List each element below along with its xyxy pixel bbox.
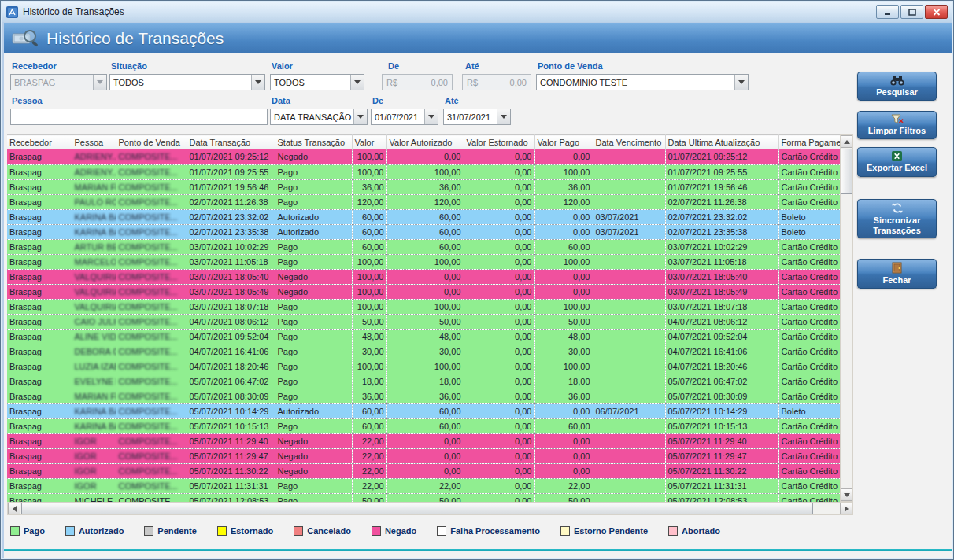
cell: 0,00 <box>464 299 534 314</box>
column-header[interactable]: Forma Pagamento <box>778 135 840 150</box>
scroll-up-button[interactable] <box>841 135 852 148</box>
column-header[interactable]: Ponto de Venda <box>116 135 187 150</box>
scroll-down-button[interactable] <box>841 488 852 501</box>
cell: Cartão Crédito <box>778 344 840 359</box>
column-header[interactable]: Valor Autorizado <box>386 135 464 150</box>
table-row[interactable]: BraspagKARINA BA...COMPOSITE...05/07/202… <box>7 418 840 433</box>
cell: Pago <box>275 299 352 314</box>
cell: COMPOSITE... <box>116 433 187 448</box>
close-button[interactable] <box>925 5 948 19</box>
table-row[interactable]: BraspagADRIENY...COMPOSITE...01/07/2021 … <box>7 164 840 179</box>
cell: 03/07/2021 <box>593 224 665 239</box>
table-row[interactable]: BraspagIGORCOMPOSITE...05/07/2021 11:29:… <box>7 448 840 463</box>
cell <box>593 284 665 299</box>
fechar-button[interactable]: Fechar <box>857 259 937 289</box>
cell: 60,00 <box>534 239 593 254</box>
data-de-picker[interactable]: 01/07/2021 <box>371 109 438 125</box>
column-header[interactable]: Data Ultima Atualização <box>665 135 778 150</box>
cell: 60,00 <box>352 403 386 418</box>
legend-swatch <box>65 526 75 536</box>
valor-ate-input[interactable]: R$ 0,00 <box>462 74 531 90</box>
cell: 02/07/2021 11:26:38 <box>187 194 275 209</box>
valor-de-input[interactable]: R$ 0,00 <box>382 74 453 90</box>
data-select[interactable]: DATA TRANSAÇÃO <box>270 109 368 125</box>
cell: 48,00 <box>386 329 464 344</box>
table-row[interactable]: BraspagKARINA BA...COMPOSITE...02/07/202… <box>7 224 840 239</box>
table-row[interactable]: BraspagCAIO JULIO...COMPOSITE...04/07/20… <box>7 314 840 329</box>
cell: COMPOSITE... <box>116 254 187 269</box>
cell: 03/07/2021 18:05:49 <box>665 284 778 299</box>
arrow-down-icon <box>844 493 850 497</box>
column-header[interactable]: Valor <box>352 135 386 150</box>
column-header[interactable]: Recebedor <box>7 135 72 150</box>
table-row[interactable]: BraspagKARINA BA...COMPOSITE...05/07/202… <box>7 403 840 418</box>
vertical-scrollbar-thumb[interactable] <box>841 149 852 194</box>
cell: 50,00 <box>386 314 464 329</box>
cell: 05/07/2021 08:30:09 <box>665 389 778 403</box>
chevron-down-icon <box>353 109 367 124</box>
table-row[interactable]: BraspagVALQUIRIA...COMPOSITE...03/07/202… <box>7 299 840 314</box>
cell: LUZIA IZAB... <box>72 359 116 374</box>
cell: 60,00 <box>386 418 464 433</box>
table-row[interactable]: BraspagIGORCOMPOSITE...05/07/2021 11:29:… <box>7 433 840 448</box>
table-row[interactable]: BraspagMICHELE A.COMPOSITE05/07/2021 12:… <box>7 493 840 502</box>
minimize-button[interactable] <box>876 5 899 19</box>
valor-select[interactable]: TODOS <box>270 74 364 90</box>
column-header[interactable]: Data Transação <box>187 135 275 150</box>
close-icon <box>933 9 941 16</box>
table-row[interactable]: BraspagVALQUIRIA...COMPOSITE...03/07/202… <box>7 284 840 299</box>
cell: Cartão Crédito <box>778 314 840 329</box>
table-row[interactable]: BraspagMARCELO...COMPOSITE...03/07/2021 … <box>7 254 840 269</box>
situacao-select[interactable]: TODOS <box>109 74 265 90</box>
exportar-excel-button[interactable]: Exportar Excel <box>857 147 937 177</box>
cell: 30,00 <box>534 344 593 359</box>
column-header[interactable]: Pessoa <box>72 135 116 150</box>
legend: PagoAutorizadoPendenteEstornadoCancelado… <box>10 526 720 536</box>
cell: COMPOSITE... <box>116 403 187 418</box>
table-row[interactable]: BraspagARTUR BE...COMPOSITE...03/07/2021… <box>7 239 840 254</box>
ponto-venda-select[interactable]: CONDOMINIO TESTE <box>536 74 749 90</box>
column-header[interactable]: Status Transação <box>275 135 352 150</box>
table-row[interactable]: BraspagIGORCOMPOSITE...05/07/2021 11:30:… <box>7 463 840 478</box>
table-row[interactable]: BraspagEVELYNE F...COMPOSITE...05/07/202… <box>7 374 840 389</box>
table-row[interactable]: BraspagPAULO RO...COMPOSITE...02/07/2021… <box>7 194 840 209</box>
column-header[interactable]: Data Vencimento <box>593 135 665 150</box>
cell: 05/07/2021 12:08:53 <box>187 493 275 502</box>
valor-label: Valor <box>272 61 293 71</box>
table-row[interactable]: BraspagKARINA BA...COMPOSITE...02/07/202… <box>7 209 840 224</box>
table-row[interactable]: BraspagMARIAN FE...COMPOSITE...05/07/202… <box>7 389 840 403</box>
sincronizar-transacoes-button[interactable]: Sincronizar Transações <box>857 199 937 238</box>
table-row[interactable]: BraspagLUZIA IZAB...COMPOSITE...04/07/20… <box>7 359 840 374</box>
data-ate-picker[interactable]: 31/07/2021 <box>443 109 511 125</box>
column-header[interactable]: Valor Estornado <box>464 135 534 150</box>
pesquisar-button[interactable]: Pesquisar <box>857 72 937 101</box>
cell <box>593 448 665 463</box>
cell <box>593 344 665 359</box>
limpar-filtros-button[interactable]: Limpar Filtros <box>857 111 937 139</box>
cell <box>593 478 665 493</box>
vertical-scrollbar[interactable] <box>840 134 853 502</box>
cell: ALINE VIDA... <box>72 329 116 344</box>
cell: ADRIENY... <box>72 149 116 164</box>
table-row[interactable]: BraspagALINE VIDA...COMPOSITE...04/07/20… <box>7 329 840 344</box>
maximize-button[interactable] <box>900 5 923 19</box>
table-row[interactable]: BraspagIGORCOMPOSITE...05/07/2021 11:31:… <box>7 478 840 493</box>
cell: 0,00 <box>464 344 534 359</box>
cell <box>593 493 665 502</box>
cell: 100,00 <box>352 299 386 314</box>
horizontal-scrollbar-thumb[interactable] <box>21 503 813 514</box>
recebedor-select[interactable]: BRASPAG <box>10 74 107 90</box>
cell: COMPOSITE... <box>116 284 187 299</box>
cell: Cartão Crédito <box>778 374 840 389</box>
table-row[interactable]: BraspagVALQUIRIA...COMPOSITE...03/07/202… <box>7 269 840 284</box>
horizontal-scrollbar[interactable] <box>7 502 853 515</box>
scroll-left-button[interactable] <box>8 503 20 514</box>
pessoa-input[interactable] <box>10 109 268 125</box>
table-row[interactable]: BraspagDEBORA C...COMPOSITE...04/07/2021… <box>7 344 840 359</box>
chevron-down-icon <box>497 109 510 124</box>
column-header[interactable]: Valor Pago <box>534 135 593 150</box>
table-row[interactable]: BraspagADRIENY...COMPOSITE...01/07/2021 … <box>7 149 840 164</box>
cell: 120,00 <box>386 194 464 209</box>
scroll-right-button[interactable] <box>840 503 852 514</box>
table-row[interactable]: BraspagMARIAN FE...COMPOSITE...01/07/202… <box>7 179 840 194</box>
